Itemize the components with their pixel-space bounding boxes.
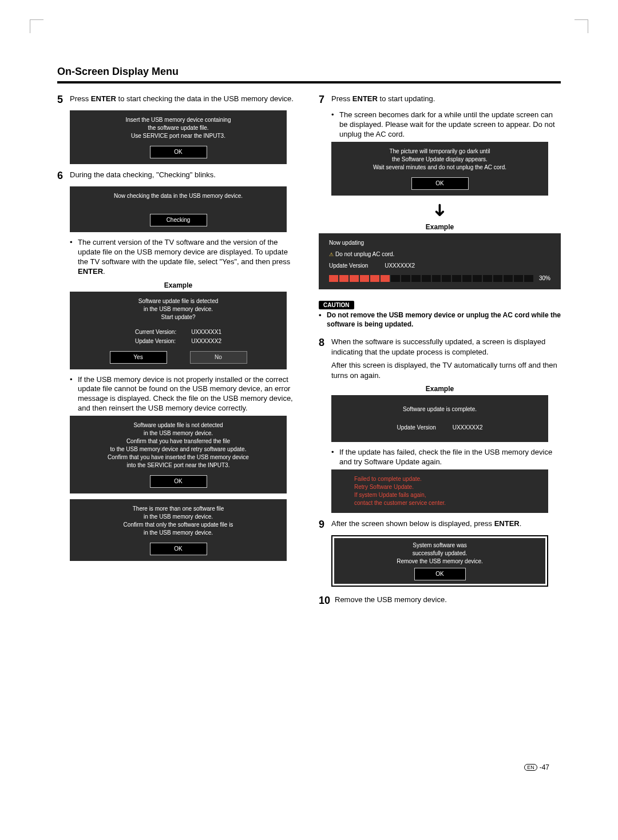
dialog-success-frame: System software was successfully updated… [331,535,548,587]
dialog-update-failed: Failed to complete update. Retry Softwar… [331,469,548,513]
progress-percent: 30% [539,274,553,282]
ok-button[interactable]: OK [150,543,207,555]
example-label: Example [319,385,561,393]
dialog-multiple-files: There is more than one software file in … [70,499,287,561]
step-6: 6 During the data checking, "Checking" b… [57,170,299,182]
dialog-line: System software was [338,542,542,550]
dialog-line: Confirm that you have transferred the fi… [78,437,279,445]
example-label: Example [57,281,299,289]
step-9-text: After the screen shown below is displaye… [331,519,561,529]
dialog-insert-usb: Insert the USB memory device containing … [70,110,287,164]
update-version-value: UXXXXXX2 [385,262,415,269]
checking-button: Checking [150,214,207,226]
ok-button[interactable]: OK [414,568,466,580]
step-8-para1: When the software is successfully update… [331,337,561,357]
step-10-text: Remove the USB memory device. [335,595,561,605]
two-column-layout: 5 Press ENTER to start checking the data… [57,89,561,611]
bullet-version-info: The current version of the TV software a… [70,238,299,277]
section-title: On-Screen Display Menu [57,66,561,78]
dialog-line: Software update is complete. [339,405,540,413]
progress-bar [329,275,533,282]
step-number: 5 [57,94,70,106]
page-number: 47 [542,763,549,771]
dialog-line: Retry Software Update. [354,483,525,491]
dialog-line: in the USB memory device. [78,513,279,521]
dialog-line: If system Update fails again, [354,491,525,499]
step-5: 5 Press ENTER to start checking the data… [57,94,299,106]
dialog-line: Software update file is detected [78,297,279,305]
bullet-update-failed: If the update has failed, check the file… [331,448,561,467]
dialog-line: Use SERVICE port near the INPUT3. [78,132,279,140]
dialog-not-detected: Software update file is not detected in … [70,416,287,493]
dialog-line: Insert the USB memory device containing [78,116,279,124]
step-9: 9 After the screen shown below is displa… [319,519,561,531]
dialog-update-detected: Software update file is detected in the … [70,292,287,369]
step-number: 8 [319,337,331,349]
warning-icon: ⚠ [329,252,334,257]
step-number: 6 [57,170,70,182]
arrow-down-icon: ➜ [431,89,449,331]
caution-badge: CAUTION [319,301,354,309]
step-10: 10 Remove the USB memory device. [319,595,561,607]
language-badge: EN [524,764,537,771]
left-column: 5 Press ENTER to start checking the data… [57,89,299,611]
page-content: On-Screen Display Menu 5 Press ENTER to … [0,0,618,634]
yes-button[interactable]: Yes [110,351,167,364]
dialog-line: successfully updated. [338,550,542,558]
dialog-checking: Now checking the data in the USB memory … [70,186,287,232]
dialog-line: in the USB memory device. [78,429,279,437]
dialog-update-complete: Software update is complete. Update Vers… [331,395,548,442]
dialog-line: Confirm that you have inserted the USB m… [78,453,279,461]
update-version-value: UXXXXXX2 [453,424,483,431]
section-rule [57,81,561,83]
step-number: 7 [319,94,331,106]
dialog-line: in the USB memory device. [78,529,279,537]
update-version-label: Update Version [397,424,436,431]
dialog-line: contact the customer service center. [354,499,525,507]
dialog-line: the software update file. [78,124,279,132]
step-number: 9 [319,519,331,531]
bullet-error-case: If the USB memory device is not properly… [70,375,299,414]
dialog-line: Remove the USB memory device. [338,558,542,566]
crop-mark-tr [575,19,588,33]
dialog-line: There is more than one software file [78,505,279,513]
page-footer: EN - 47 [524,763,549,771]
version-table: Current Version:UXXXXXX1 Update Version:… [127,327,229,347]
dialog-line: in the USB memory device. [78,305,279,313]
step-number: 10 [319,595,335,607]
crop-mark-tl [30,19,43,33]
step-6-text: During the data checking, "Checking" bli… [70,170,299,180]
dialog-line: Now checking the data in the USB memory … [78,192,279,200]
ok-button[interactable]: OK [150,146,207,158]
dialog-line: Start update? [78,313,279,321]
step-8: 8 When the software is successfully upda… [319,337,561,380]
dialog-line: Failed to complete update. [354,475,525,483]
dialog-line: to the USB memory device and retry softw… [78,445,279,453]
dialog-line: into the SERVICE port near the INPUT3. [78,461,279,469]
update-version-label: Update Version [329,262,368,269]
updating-warn: Do not unplug AC cord. [335,251,394,257]
dialog-line: Software update file is not detected [78,421,279,429]
no-button[interactable]: No [190,351,247,364]
dialog-line: Confirm that only the software update fi… [78,521,279,529]
step-8-para2: After this screen is displayed, the TV a… [331,360,561,380]
ok-button[interactable]: OK [150,475,207,488]
right-column: 7 Press ENTER to start updating. The scr… [319,89,561,611]
step-5-text: Press ENTER to start checking the data i… [70,94,299,104]
